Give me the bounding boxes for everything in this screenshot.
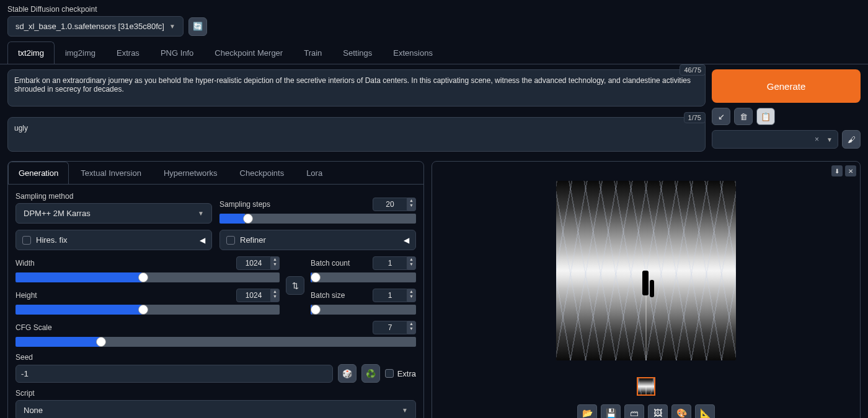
output-panel: ⬇ ✕ 📂 💾 [432,161,861,418]
dice-icon: 🎲 [342,369,352,378]
hires-fix-label: Hires. fix [36,235,68,245]
folder-icon: 📂 [582,408,593,418]
script-dropdown[interactable]: None ▼ [16,400,416,418]
close-icon: ✕ [848,168,853,175]
gallery-thumbnail[interactable] [637,377,655,396]
zip-button[interactable]: 🗃 [624,404,644,418]
styles-dropdown[interactable]: × ▼ [712,130,838,149]
width-spinner[interactable]: ▲▼ [271,256,280,270]
checkpoint-label: Stable Diffusion checkpoint [7,5,861,14]
sampling-method-value: DPM++ 2M Karras [24,209,91,218]
ruler-icon: 📐 [700,408,711,418]
subtab-lora[interactable]: Lora [296,162,333,184]
batch-count-slider[interactable] [311,272,416,282]
batch-count-input[interactable] [373,256,407,270]
cfg-label: CFG Scale [16,323,52,332]
prompt-input[interactable] [7,69,706,107]
refresh-checkpoint-button[interactable]: 🔄 [188,17,207,36]
sampling-steps-slider[interactable] [219,214,416,224]
send-to-img2img-button[interactable]: 🖼 [648,404,668,418]
tab-checkpoint-merger[interactable]: Checkpoint Merger [204,41,293,64]
triangle-left-icon: ◀ [200,236,205,245]
subtab-hypernetworks[interactable]: Hypernetworks [153,162,228,184]
cfg-slider[interactable] [16,337,416,347]
batch-count-label: Batch count [311,259,350,268]
send-to-extras-button[interactable]: 📐 [695,404,715,418]
open-folder-button[interactable]: 📂 [577,404,597,418]
send-to-inpaint-button[interactable]: 🎨 [671,404,691,418]
archive-icon: 🗃 [630,408,639,418]
palette-icon: 🎨 [676,408,687,418]
cfg-input[interactable] [373,321,407,334]
tab-extensions[interactable]: Extensions [383,41,443,64]
extra-label: Extra [397,369,416,378]
clipboard-icon: 📋 [761,112,771,121]
chevron-down-icon: ▼ [402,407,408,414]
tab-img2img[interactable]: img2img [55,41,106,64]
chevron-down-icon: ▼ [169,23,175,30]
save-button[interactable]: 💾 [601,404,621,418]
height-input[interactable] [236,289,271,302]
width-input[interactable] [236,256,271,270]
width-slider[interactable] [16,272,280,282]
random-seed-button[interactable]: 🎲 [338,364,356,383]
width-label: Width [16,259,35,268]
negative-prompt-input[interactable] [7,117,706,152]
refresh-icon: 🔄 [193,22,203,31]
triangle-left-icon: ◀ [404,236,409,245]
swap-dimensions-button[interactable]: ⇅ [286,276,304,295]
hires-fix-checkbox[interactable] [22,236,31,245]
subtab-textual-inversion[interactable]: Textual Inversion [70,162,152,184]
tab-png-info[interactable]: PNG Info [150,41,204,64]
tab-train[interactable]: Train [293,41,332,64]
batch-count-spinner[interactable]: ▲▼ [407,256,416,270]
subtab-checkpoints[interactable]: Checkpoints [229,162,295,184]
batch-size-input[interactable] [373,289,407,302]
interrogate-button[interactable]: ↙ [712,108,730,125]
generate-button[interactable]: Generate [712,69,861,103]
brush-icon: 🖌 [848,135,856,144]
edit-styles-button[interactable]: 🖌 [842,130,861,149]
extra-seed-checkbox[interactable] [385,369,394,378]
refiner-checkbox[interactable] [226,236,235,245]
sampling-method-dropdown[interactable]: DPM++ 2M Karras ▼ [16,203,212,224]
sampling-steps-label: Sampling steps [219,200,270,209]
cfg-spinner[interactable]: ▲▼ [407,321,416,334]
tab-settings[interactable]: Settings [332,41,383,64]
height-spinner[interactable]: ▲▼ [271,289,280,302]
recycle-icon: ♻️ [366,369,376,378]
hires-fix-accordion[interactable]: Hires. fix ◀ [16,230,212,250]
download-icon: ⬇ [835,168,839,175]
sampling-steps-spinner[interactable]: ▲▼ [407,198,416,211]
seed-label: Seed [16,353,416,362]
height-label: Height [16,291,37,300]
refiner-accordion[interactable]: Refiner ◀ [219,230,416,250]
clear-prompt-button[interactable]: 🗑 [734,108,753,125]
trash-icon: 🗑 [740,112,748,121]
batch-size-slider[interactable] [311,305,416,315]
arrow-icon: ↙ [718,112,725,121]
reuse-seed-button[interactable]: ♻️ [361,364,380,383]
chevron-down-icon: ▼ [826,136,833,143]
script-label: Script [16,389,416,398]
tab-txt2img[interactable]: txt2img [7,41,55,64]
download-image-button[interactable]: ⬇ [831,165,843,176]
script-value: None [24,406,43,415]
save-icon: 💾 [606,408,616,418]
seed-input[interactable] [16,365,333,383]
sampling-steps-input[interactable] [373,198,407,211]
negative-token-counter: 1/75 [684,112,706,123]
paste-button[interactable]: 📋 [756,108,775,125]
generation-sub-tabs: Generation Textual Inversion Hypernetwor… [8,162,423,185]
checkpoint-dropdown[interactable]: sd_xl_base_1.0.safetensors [31e35c80fc] … [7,16,184,37]
height-slider[interactable] [16,305,280,315]
main-tabs: txt2img img2img Extras PNG Info Checkpoi… [0,41,868,64]
close-gallery-button[interactable]: ✕ [845,165,856,176]
tab-extras[interactable]: Extras [106,41,150,64]
chevron-down-icon: ▼ [198,210,204,217]
clear-styles-icon[interactable]: × [815,135,819,144]
batch-size-spinner[interactable]: ▲▼ [407,289,416,302]
subtab-generation[interactable]: Generation [8,162,69,184]
generated-image[interactable] [556,181,736,360]
swap-icon: ⇅ [292,281,299,290]
